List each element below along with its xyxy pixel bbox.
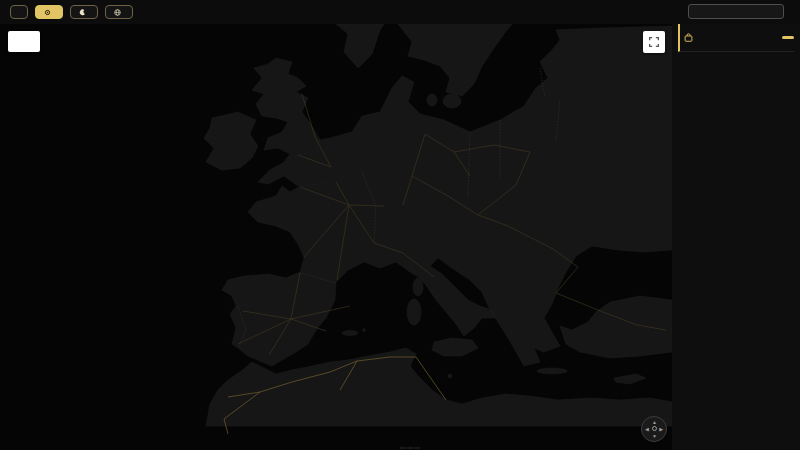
sidebar-header[interactable] xyxy=(678,24,794,52)
fullscreen-button[interactable] xyxy=(643,31,665,53)
terms-link[interactable] xyxy=(414,447,420,449)
map-canvas[interactable]: ▲ ▼ ◀ ▶ xyxy=(0,24,672,450)
keyboard-shortcuts-link[interactable] xyxy=(400,447,406,449)
fullscreen-icon xyxy=(649,36,659,48)
globe-icon xyxy=(114,9,121,16)
store-locator-app: ▲ ▼ ◀ ▶ xyxy=(0,0,800,450)
stores-count-badge xyxy=(782,36,794,39)
map-type-control xyxy=(8,31,40,52)
view-list-button[interactable] xyxy=(10,5,28,19)
dark-mode-button[interactable] xyxy=(70,5,98,19)
map-data-text xyxy=(407,447,413,449)
shopping-bag-icon xyxy=(684,33,693,42)
pan-right-icon: ▶ xyxy=(659,426,663,432)
pan-down-icon: ▼ xyxy=(652,433,657,439)
near-me-button[interactable] xyxy=(35,5,63,19)
locate-icon xyxy=(44,9,51,16)
map-attribution xyxy=(400,447,420,449)
online-stores-sidebar xyxy=(672,24,800,450)
globe-3d-button[interactable] xyxy=(105,5,133,19)
pan-center-dot xyxy=(652,426,657,431)
map-base-art xyxy=(0,24,672,450)
pan-control[interactable]: ▲ ▼ ◀ ▶ xyxy=(641,416,667,442)
toolbar xyxy=(0,0,800,24)
search-input[interactable] xyxy=(688,4,784,19)
pan-up-icon: ▲ xyxy=(652,419,657,425)
moon-icon xyxy=(79,9,86,16)
pan-left-icon: ◀ xyxy=(645,426,649,432)
